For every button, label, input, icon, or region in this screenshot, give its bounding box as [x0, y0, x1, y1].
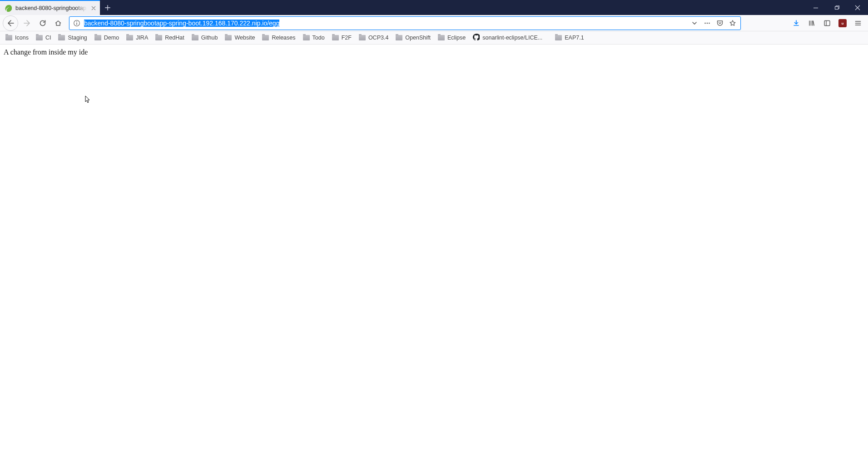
folder-icon: [438, 35, 445, 40]
window-restore-button[interactable]: [826, 0, 847, 15]
folder-icon: [36, 35, 43, 40]
bookmark-label: Icons: [15, 35, 29, 41]
svg-point-4: [704, 22, 706, 24]
urlbar-container: backend-8080-springbootapp-spring-boot.1…: [69, 16, 741, 30]
site-info-icon[interactable]: [73, 20, 80, 27]
bookmark-label: Github: [201, 35, 218, 41]
bookmark-label: JIRA: [136, 35, 148, 41]
bookmark-label: CI: [45, 35, 51, 41]
urlbar-actions: [689, 18, 739, 29]
bookmark-item[interactable]: Website: [222, 33, 258, 42]
folder-icon: [155, 35, 162, 40]
nav-toolbar: backend-8080-springbootapp-spring-boot.1…: [0, 15, 868, 31]
bookmark-item[interactable]: Eclipse: [435, 33, 468, 42]
bookmark-label: sonarlint-eclipse/LICE...: [482, 35, 542, 41]
bookmark-label: RedHat: [165, 35, 184, 41]
folder-icon: [555, 35, 562, 40]
bookmark-item[interactable]: CI: [33, 33, 54, 42]
bookmark-label: Demo: [104, 35, 119, 41]
bookmark-label: Eclipse: [447, 35, 466, 41]
bookmark-label: Todo: [312, 35, 325, 41]
tab-close-button[interactable]: [90, 5, 97, 12]
folder-icon: [94, 35, 101, 40]
bookmark-star-icon[interactable]: [727, 18, 739, 29]
bookmark-item[interactable]: RedHat: [153, 33, 187, 42]
bookmark-label: OCP3.4: [368, 35, 388, 41]
svg-text:u: u: [842, 21, 844, 25]
bookmark-item[interactable]: OCP3.4: [356, 33, 391, 42]
svg-rect-0: [835, 6, 838, 9]
url-text[interactable]: backend-8080-springbootapp-spring-boot.1…: [84, 20, 689, 27]
svg-point-6: [709, 22, 710, 24]
sidebar-button[interactable]: [820, 16, 834, 30]
spring-leaf-favicon: [5, 5, 12, 12]
svg-rect-7: [824, 20, 830, 25]
folder-icon: [192, 35, 198, 40]
reload-button[interactable]: [35, 16, 50, 30]
back-button[interactable]: [3, 15, 18, 31]
svg-point-5: [707, 22, 708, 24]
bookmark-item[interactable]: OpenShift: [393, 33, 433, 42]
forward-button[interactable]: [20, 16, 35, 30]
mouse-cursor-icon: [85, 95, 90, 104]
tab-title: backend-8080-springbootapp-: [15, 5, 87, 11]
bookmark-label: Staging: [68, 35, 87, 41]
bookmark-label: Releases: [272, 35, 295, 41]
window-close-button[interactable]: [847, 0, 868, 15]
bookmark-label: EAP7.1: [565, 35, 584, 41]
bookmark-item[interactable]: Staging: [55, 33, 89, 42]
new-tab-button[interactable]: [100, 0, 115, 15]
github-icon: [473, 34, 480, 42]
autocomplete-dropdown-icon[interactable]: [689, 18, 700, 29]
bookmark-item[interactable]: Github: [189, 33, 221, 42]
url-bar[interactable]: backend-8080-springbootapp-spring-boot.1…: [69, 16, 741, 30]
page-actions-icon[interactable]: [701, 18, 713, 29]
bookmark-item[interactable]: Todo: [300, 33, 327, 42]
titlebar: backend-8080-springbootapp-: [0, 0, 868, 15]
folder-icon: [5, 35, 12, 40]
folder-icon: [58, 35, 65, 40]
downloads-button[interactable]: [789, 16, 804, 30]
folder-icon: [225, 35, 232, 40]
svg-point-2: [76, 21, 77, 22]
bookmark-label: OpenShift: [405, 35, 431, 41]
toolbar-right: u: [789, 16, 865, 30]
page-content: A change from inside my ide: [0, 45, 868, 60]
bookmark-item[interactable]: Demo: [92, 33, 122, 42]
folder-icon: [332, 35, 339, 40]
ublock-badge-icon: u: [838, 19, 847, 27]
folder-icon: [396, 35, 402, 40]
bookmark-item[interactable]: sonarlint-eclipse/LICE...: [470, 32, 545, 43]
app-menu-button[interactable]: [851, 16, 865, 30]
window-controls: [805, 0, 868, 15]
svg-rect-3: [76, 23, 77, 25]
folder-icon: [262, 35, 269, 40]
library-button[interactable]: [804, 16, 819, 30]
page-body-text: A change from inside my ide: [4, 48, 88, 56]
folder-icon: [359, 35, 366, 40]
bookmark-item[interactable]: JIRA: [124, 33, 151, 42]
url-selected-text: backend-8080-springbootapp-spring-boot.1…: [84, 20, 279, 27]
bookmark-label: Website: [234, 35, 255, 41]
bookmark-item[interactable]: Releases: [259, 33, 298, 42]
home-button[interactable]: [51, 16, 65, 30]
bookmark-item[interactable]: EAP7.1: [552, 33, 586, 42]
ublock-button[interactable]: u: [835, 16, 850, 30]
browser-tab-active[interactable]: backend-8080-springbootapp-: [0, 0, 100, 15]
bookmarks-toolbar: IconsCIStagingDemoJIRARedHatGithubWebsit…: [0, 31, 868, 45]
bookmark-item[interactable]: F2F: [329, 33, 354, 42]
bookmark-item[interactable]: Icons: [3, 33, 31, 42]
folder-icon: [303, 35, 310, 40]
bookmark-label: F2F: [342, 35, 352, 41]
titlebar-drag-region[interactable]: [115, 0, 805, 15]
folder-icon: [126, 35, 133, 40]
window-minimize-button[interactable]: [805, 0, 826, 15]
pocket-icon[interactable]: [714, 18, 726, 29]
